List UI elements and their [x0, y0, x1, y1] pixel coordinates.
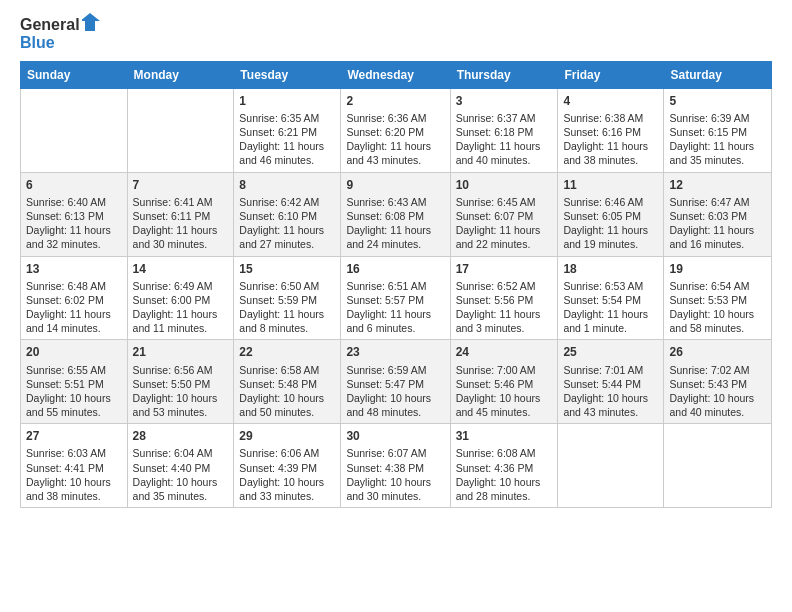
- day-info: Daylight: 11 hours and 6 minutes.: [346, 307, 444, 335]
- day-number: 1: [239, 93, 335, 109]
- svg-marker-0: [82, 13, 100, 31]
- calendar-cell: 12Sunrise: 6:47 AMSunset: 6:03 PMDayligh…: [664, 172, 772, 256]
- day-info: Sunset: 6:11 PM: [133, 209, 229, 223]
- day-info: Sunset: 6:08 PM: [346, 209, 444, 223]
- day-info: Sunrise: 6:04 AM: [133, 446, 229, 460]
- day-info: Sunset: 6:10 PM: [239, 209, 335, 223]
- calendar-cell: 23Sunrise: 6:59 AMSunset: 5:47 PMDayligh…: [341, 340, 450, 424]
- day-number: 7: [133, 177, 229, 193]
- day-info: Sunset: 6:16 PM: [563, 125, 658, 139]
- day-info: Sunrise: 6:54 AM: [669, 279, 766, 293]
- day-number: 2: [346, 93, 444, 109]
- day-info: Sunset: 5:46 PM: [456, 377, 553, 391]
- day-number: 20: [26, 344, 122, 360]
- day-info: Daylight: 11 hours and 19 minutes.: [563, 223, 658, 251]
- day-number: 19: [669, 261, 766, 277]
- day-info: Sunrise: 6:45 AM: [456, 195, 553, 209]
- day-info: Sunset: 6:00 PM: [133, 293, 229, 307]
- day-number: 10: [456, 177, 553, 193]
- calendar-cell: [21, 88, 128, 172]
- calendar-header-row: SundayMondayTuesdayWednesdayThursdayFrid…: [21, 61, 772, 88]
- day-info: Sunrise: 6:46 AM: [563, 195, 658, 209]
- calendar-cell: 2Sunrise: 6:36 AMSunset: 6:20 PMDaylight…: [341, 88, 450, 172]
- day-number: 26: [669, 344, 766, 360]
- calendar-cell: 28Sunrise: 6:04 AMSunset: 4:40 PMDayligh…: [127, 424, 234, 508]
- day-info: Daylight: 11 hours and 32 minutes.: [26, 223, 122, 251]
- day-info: Daylight: 10 hours and 30 minutes.: [346, 475, 444, 503]
- day-info: Daylight: 11 hours and 14 minutes.: [26, 307, 122, 335]
- day-info: Sunrise: 6:55 AM: [26, 363, 122, 377]
- calendar-cell: 3Sunrise: 6:37 AMSunset: 6:18 PMDaylight…: [450, 88, 558, 172]
- day-info: Sunset: 5:53 PM: [669, 293, 766, 307]
- calendar-cell: 18Sunrise: 6:53 AMSunset: 5:54 PMDayligh…: [558, 256, 664, 340]
- calendar-table: SundayMondayTuesdayWednesdayThursdayFrid…: [20, 61, 772, 508]
- day-number: 21: [133, 344, 229, 360]
- day-info: Sunrise: 6:59 AM: [346, 363, 444, 377]
- day-number: 3: [456, 93, 553, 109]
- day-info: Sunset: 4:38 PM: [346, 461, 444, 475]
- day-info: Sunset: 6:20 PM: [346, 125, 444, 139]
- day-info: Sunset: 6:15 PM: [669, 125, 766, 139]
- day-info: Daylight: 11 hours and 11 minutes.: [133, 307, 229, 335]
- day-info: Sunrise: 6:06 AM: [239, 446, 335, 460]
- day-info: Daylight: 10 hours and 58 minutes.: [669, 307, 766, 335]
- calendar-cell: 6Sunrise: 6:40 AMSunset: 6:13 PMDaylight…: [21, 172, 128, 256]
- day-info: Daylight: 10 hours and 50 minutes.: [239, 391, 335, 419]
- calendar-cell: 11Sunrise: 6:46 AMSunset: 6:05 PMDayligh…: [558, 172, 664, 256]
- day-info: Daylight: 11 hours and 3 minutes.: [456, 307, 553, 335]
- day-number: 28: [133, 428, 229, 444]
- day-info: Daylight: 10 hours and 35 minutes.: [133, 475, 229, 503]
- day-info: Sunrise: 7:02 AM: [669, 363, 766, 377]
- header: General Blue: [20, 16, 772, 53]
- calendar-cell: 19Sunrise: 6:54 AMSunset: 5:53 PMDayligh…: [664, 256, 772, 340]
- calendar-cell: 22Sunrise: 6:58 AMSunset: 5:48 PMDayligh…: [234, 340, 341, 424]
- day-info: Sunrise: 7:00 AM: [456, 363, 553, 377]
- day-info: Sunset: 4:39 PM: [239, 461, 335, 475]
- day-info: Daylight: 11 hours and 38 minutes.: [563, 139, 658, 167]
- day-number: 12: [669, 177, 766, 193]
- calendar-cell: 24Sunrise: 7:00 AMSunset: 5:46 PMDayligh…: [450, 340, 558, 424]
- day-info: Sunrise: 6:56 AM: [133, 363, 229, 377]
- day-info: Sunrise: 6:03 AM: [26, 446, 122, 460]
- calendar-body: 1Sunrise: 6:35 AMSunset: 6:21 PMDaylight…: [21, 88, 772, 507]
- day-info: Sunset: 6:07 PM: [456, 209, 553, 223]
- col-header-thursday: Thursday: [450, 61, 558, 88]
- calendar-cell: 27Sunrise: 6:03 AMSunset: 4:41 PMDayligh…: [21, 424, 128, 508]
- day-info: Sunset: 6:21 PM: [239, 125, 335, 139]
- day-info: Sunset: 5:47 PM: [346, 377, 444, 391]
- day-info: Sunrise: 6:47 AM: [669, 195, 766, 209]
- day-info: Sunrise: 6:36 AM: [346, 111, 444, 125]
- calendar-cell: 31Sunrise: 6:08 AMSunset: 4:36 PMDayligh…: [450, 424, 558, 508]
- day-info: Sunrise: 6:07 AM: [346, 446, 444, 460]
- day-info: Sunrise: 6:42 AM: [239, 195, 335, 209]
- calendar-cell: 4Sunrise: 6:38 AMSunset: 6:16 PMDaylight…: [558, 88, 664, 172]
- day-info: Daylight: 10 hours and 53 minutes.: [133, 391, 229, 419]
- day-info: Daylight: 10 hours and 48 minutes.: [346, 391, 444, 419]
- day-info: Daylight: 10 hours and 55 minutes.: [26, 391, 122, 419]
- day-info: Sunrise: 6:50 AM: [239, 279, 335, 293]
- logo-arrow-icon: [82, 12, 102, 32]
- day-info: Daylight: 11 hours and 22 minutes.: [456, 223, 553, 251]
- day-number: 9: [346, 177, 444, 193]
- logo-general-text: General: [20, 16, 80, 34]
- day-number: 4: [563, 93, 658, 109]
- day-info: Sunrise: 6:40 AM: [26, 195, 122, 209]
- day-info: Daylight: 10 hours and 45 minutes.: [456, 391, 553, 419]
- calendar-cell: 13Sunrise: 6:48 AMSunset: 6:02 PMDayligh…: [21, 256, 128, 340]
- day-number: 11: [563, 177, 658, 193]
- calendar-cell: 30Sunrise: 6:07 AMSunset: 4:38 PMDayligh…: [341, 424, 450, 508]
- calendar-week-row: 1Sunrise: 6:35 AMSunset: 6:21 PMDaylight…: [21, 88, 772, 172]
- day-info: Daylight: 11 hours and 1 minute.: [563, 307, 658, 335]
- calendar-cell: 25Sunrise: 7:01 AMSunset: 5:44 PMDayligh…: [558, 340, 664, 424]
- calendar-cell: 21Sunrise: 6:56 AMSunset: 5:50 PMDayligh…: [127, 340, 234, 424]
- day-info: Sunrise: 6:51 AM: [346, 279, 444, 293]
- day-info: Sunset: 5:59 PM: [239, 293, 335, 307]
- day-info: Daylight: 11 hours and 16 minutes.: [669, 223, 766, 251]
- day-number: 23: [346, 344, 444, 360]
- calendar-cell: 5Sunrise: 6:39 AMSunset: 6:15 PMDaylight…: [664, 88, 772, 172]
- day-number: 22: [239, 344, 335, 360]
- day-number: 5: [669, 93, 766, 109]
- day-number: 8: [239, 177, 335, 193]
- day-number: 27: [26, 428, 122, 444]
- day-number: 29: [239, 428, 335, 444]
